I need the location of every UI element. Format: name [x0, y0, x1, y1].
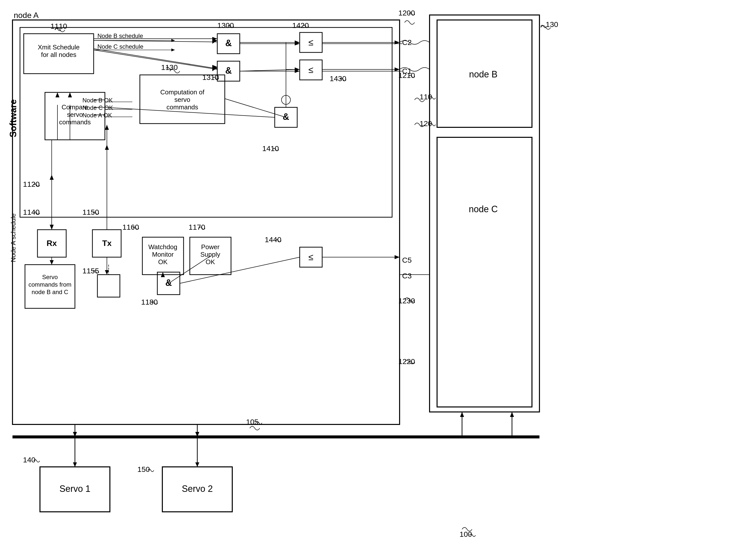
svg-text:1120: 1120 [23, 180, 40, 188]
svg-text:C2: C2 [402, 38, 412, 47]
svg-text:≤: ≤ [309, 37, 314, 48]
svg-text:Servo 2: Servo 2 [182, 484, 213, 494]
svg-rect-2 [437, 137, 532, 407]
svg-text:Servo: Servo [42, 274, 58, 280]
svg-text:commands from: commands from [28, 281, 71, 288]
svg-text:Watchdog: Watchdog [148, 243, 177, 251]
svg-text:1140: 1140 [23, 208, 40, 216]
svg-text:1230: 1230 [398, 297, 415, 305]
svg-text:1300: 1300 [217, 21, 234, 29]
svg-text:commands: commands [59, 118, 91, 126]
svg-text:1160: 1160 [122, 223, 139, 231]
svg-marker-154 [105, 145, 109, 150]
svg-rect-16 [97, 275, 120, 297]
svg-text:Rx: Rx [47, 239, 57, 248]
diagram-container: & & & & ≤ ≤ ≤ Xmit Schedule for all node… [0, 0, 741, 560]
svg-line-24 [94, 41, 217, 42]
svg-marker-67 [73, 463, 77, 467]
svg-line-26 [94, 50, 217, 69]
svg-text:servo: servo [174, 96, 190, 103]
svg-marker-35 [395, 67, 400, 71]
svg-line-47 [225, 98, 286, 117]
svg-marker-73 [510, 412, 514, 417]
svg-text:node C: node C [469, 204, 498, 214]
svg-text:&: & [225, 38, 232, 48]
svg-text:Xmit Schedule: Xmit Schedule [38, 44, 80, 51]
svg-text:C3: C3 [402, 272, 412, 280]
svg-text:130: 130 [546, 20, 558, 28]
svg-text:1440: 1440 [265, 235, 281, 244]
svg-marker-152 [50, 225, 54, 230]
svg-text:node A: node A [14, 11, 39, 20]
svg-text:1130: 1130 [161, 63, 178, 71]
svg-marker-144 [171, 49, 175, 52]
svg-text:1155: 1155 [82, 267, 99, 275]
svg-text:node B: node B [469, 69, 497, 79]
svg-marker-69 [195, 463, 199, 467]
svg-text:140: 140 [23, 456, 36, 464]
svg-text:Servo 1: Servo 1 [59, 484, 90, 494]
svg-text:1180: 1180 [141, 298, 158, 306]
svg-text:for all nodes: for all nodes [41, 51, 76, 58]
svg-text:&: & [283, 112, 289, 122]
svg-text:Node B OK: Node B OK [82, 97, 113, 103]
svg-text:&: & [165, 278, 172, 288]
svg-text:Node A schedule: Node A schedule [9, 213, 17, 262]
svg-text:≤: ≤ [309, 65, 314, 75]
svg-marker-59 [105, 270, 109, 275]
svg-text:node B and C: node B and C [32, 289, 68, 295]
svg-text:1430: 1430 [330, 74, 346, 83]
svg-line-30 [240, 69, 300, 71]
svg-text:≤: ≤ [309, 252, 314, 262]
svg-text:Tx: Tx [102, 239, 112, 248]
svg-text:servo: servo [67, 111, 83, 118]
svg-marker-37 [56, 92, 59, 97]
svg-text:1150: 1150 [82, 208, 99, 216]
svg-text:1210: 1210 [398, 71, 415, 79]
svg-marker-57 [50, 260, 54, 265]
svg-marker-61 [105, 125, 109, 130]
svg-text:Node A OK: Node A OK [82, 112, 112, 119]
svg-text:1310: 1310 [202, 73, 219, 81]
svg-text:1410: 1410 [262, 144, 279, 152]
svg-text:1110: 1110 [51, 22, 67, 30]
svg-marker-39 [68, 92, 72, 97]
diagram-svg: & & & & ≤ ≤ ≤ Xmit Schedule for all node… [0, 0, 741, 560]
svg-text:Supply: Supply [200, 251, 220, 258]
svg-text:150: 150 [137, 465, 150, 473]
svg-text:commands: commands [166, 103, 198, 111]
svg-line-158 [94, 49, 217, 69]
svg-text:1220: 1220 [398, 357, 415, 365]
svg-marker-53 [395, 255, 400, 259]
svg-text:C5: C5 [402, 256, 412, 264]
svg-text:Power: Power [201, 243, 219, 251]
svg-text:Node C schedule: Node C schedule [97, 43, 143, 50]
svg-text:&: & [225, 65, 232, 76]
svg-text:1170: 1170 [189, 223, 205, 231]
svg-text:Software: Software [8, 99, 18, 137]
svg-marker-71 [460, 412, 464, 417]
svg-text:OK: OK [158, 258, 167, 266]
svg-text:Computation of: Computation of [160, 88, 205, 96]
svg-text:Node B schedule: Node B schedule [97, 32, 143, 39]
svg-line-51 [180, 257, 300, 283]
svg-text:Node C OK: Node C OK [82, 104, 113, 111]
svg-text:Monitor: Monitor [152, 251, 174, 258]
svg-text:1420: 1420 [292, 21, 309, 29]
svg-text:1200: 1200 [398, 9, 415, 17]
svg-text:OK: OK [206, 258, 215, 266]
